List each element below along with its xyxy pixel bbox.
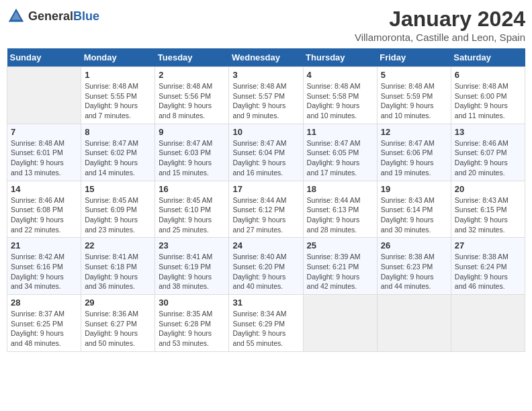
- calendar-cell: [7, 67, 81, 124]
- logo-text: GeneralBlue: [28, 9, 99, 24]
- day-number: 8: [85, 127, 151, 137]
- calendar-cell: 23Sunrise: 8:41 AMSunset: 6:19 PMDayligh…: [155, 238, 229, 295]
- calendar-cell: 15Sunrise: 8:45 AMSunset: 6:09 PMDayligh…: [81, 181, 155, 238]
- day-number: 18: [307, 184, 373, 194]
- day-of-week-header: Monday: [81, 48, 155, 67]
- calendar-cell: 30Sunrise: 8:35 AMSunset: 6:28 PMDayligh…: [155, 295, 229, 352]
- cell-info: Sunrise: 8:48 AMSunset: 6:00 PMDaylight:…: [455, 81, 521, 121]
- day-number: 19: [381, 184, 447, 194]
- cell-info: Sunrise: 8:44 AMSunset: 6:12 PMDaylight:…: [232, 195, 299, 235]
- day-number: 17: [232, 184, 299, 194]
- calendar-table: SundayMondayTuesdayWednesdayThursdayFrid…: [7, 48, 525, 352]
- calendar-cell: 4Sunrise: 8:48 AMSunset: 5:58 PMDaylight…: [303, 67, 377, 124]
- calendar-cell: 24Sunrise: 8:40 AMSunset: 6:20 PMDayligh…: [229, 238, 303, 295]
- calendar-cell: 10Sunrise: 8:47 AMSunset: 6:04 PMDayligh…: [229, 124, 303, 181]
- day-number: 30: [159, 298, 225, 308]
- calendar-cell: 9Sunrise: 8:47 AMSunset: 6:03 PMDaylight…: [155, 124, 229, 181]
- cell-info: Sunrise: 8:42 AMSunset: 6:16 PMDaylight:…: [11, 252, 77, 291]
- cell-info: Sunrise: 8:45 AMSunset: 6:09 PMDaylight:…: [85, 195, 151, 235]
- cell-info: Sunrise: 8:48 AMSunset: 6:01 PMDaylight:…: [11, 138, 77, 178]
- logo: GeneralBlue: [7, 7, 99, 26]
- day-number: 26: [381, 240, 447, 250]
- cell-info: Sunrise: 8:37 AMSunset: 6:25 PMDaylight:…: [11, 309, 77, 349]
- day-number: 20: [455, 184, 521, 194]
- calendar-week-row: 1Sunrise: 8:48 AMSunset: 5:55 PMDaylight…: [7, 67, 525, 124]
- calendar-cell: 5Sunrise: 8:48 AMSunset: 5:59 PMDaylight…: [377, 67, 451, 124]
- calendar-cell: 13Sunrise: 8:46 AMSunset: 6:07 PMDayligh…: [451, 124, 525, 181]
- day-number: 10: [232, 127, 299, 137]
- main-title: January 2024: [355, 7, 525, 32]
- title-section: January 2024 Villamoronta, Castille and …: [355, 7, 525, 43]
- calendar-cell: 7Sunrise: 8:48 AMSunset: 6:01 PMDaylight…: [7, 124, 81, 181]
- day-number: 21: [11, 240, 77, 250]
- calendar-cell: 22Sunrise: 8:41 AMSunset: 6:18 PMDayligh…: [81, 238, 155, 295]
- cell-info: Sunrise: 8:47 AMSunset: 6:02 PMDaylight:…: [85, 138, 151, 178]
- cell-info: Sunrise: 8:46 AMSunset: 6:07 PMDaylight:…: [455, 138, 521, 178]
- subtitle: Villamoronta, Castille and Leon, Spain: [355, 32, 525, 43]
- calendar-cell: 1Sunrise: 8:48 AMSunset: 5:55 PMDaylight…: [81, 67, 155, 124]
- cell-info: Sunrise: 8:48 AMSunset: 5:55 PMDaylight:…: [85, 81, 151, 121]
- logo-icon: [7, 7, 26, 26]
- cell-info: Sunrise: 8:40 AMSunset: 6:20 PMDaylight:…: [232, 252, 299, 291]
- cell-info: Sunrise: 8:48 AMSunset: 5:58 PMDaylight:…: [307, 81, 373, 121]
- day-number: 15: [85, 184, 151, 194]
- day-number: 14: [11, 184, 77, 194]
- calendar-week-row: 28Sunrise: 8:37 AMSunset: 6:25 PMDayligh…: [7, 295, 525, 352]
- calendar-cell: 27Sunrise: 8:38 AMSunset: 6:24 PMDayligh…: [451, 238, 525, 295]
- day-number: 16: [159, 184, 225, 194]
- calendar-cell: 6Sunrise: 8:48 AMSunset: 6:00 PMDaylight…: [451, 67, 525, 124]
- calendar-cell: 12Sunrise: 8:47 AMSunset: 6:06 PMDayligh…: [377, 124, 451, 181]
- day-number: 1: [85, 70, 151, 80]
- calendar-cell: 26Sunrise: 8:38 AMSunset: 6:23 PMDayligh…: [377, 238, 451, 295]
- calendar-cell: 11Sunrise: 8:47 AMSunset: 6:05 PMDayligh…: [303, 124, 377, 181]
- cell-info: Sunrise: 8:47 AMSunset: 6:06 PMDaylight:…: [381, 138, 447, 178]
- cell-info: Sunrise: 8:39 AMSunset: 6:21 PMDaylight:…: [307, 252, 373, 291]
- cell-info: Sunrise: 8:38 AMSunset: 6:24 PMDaylight:…: [455, 252, 521, 291]
- calendar-cell: [377, 295, 451, 352]
- calendar-cell: 21Sunrise: 8:42 AMSunset: 6:16 PMDayligh…: [7, 238, 81, 295]
- calendar-cell: 8Sunrise: 8:47 AMSunset: 6:02 PMDaylight…: [81, 124, 155, 181]
- calendar-cell: 20Sunrise: 8:43 AMSunset: 6:15 PMDayligh…: [451, 181, 525, 238]
- cell-info: Sunrise: 8:47 AMSunset: 6:03 PMDaylight:…: [159, 138, 225, 178]
- calendar-cell: 31Sunrise: 8:34 AMSunset: 6:29 PMDayligh…: [229, 295, 303, 352]
- day-number: 4: [307, 70, 373, 80]
- day-of-week-header: Friday: [377, 48, 451, 67]
- calendar-header: SundayMondayTuesdayWednesdayThursdayFrid…: [7, 48, 525, 67]
- day-number: 28: [11, 298, 77, 308]
- calendar-cell: [451, 295, 525, 352]
- calendar-cell: 18Sunrise: 8:44 AMSunset: 6:13 PMDayligh…: [303, 181, 377, 238]
- calendar-cell: 3Sunrise: 8:48 AMSunset: 5:57 PMDaylight…: [229, 67, 303, 124]
- day-of-week-header: Saturday: [451, 48, 525, 67]
- day-number: 13: [455, 127, 521, 137]
- cell-info: Sunrise: 8:48 AMSunset: 5:56 PMDaylight:…: [159, 81, 225, 121]
- day-number: 24: [232, 240, 299, 250]
- day-number: 11: [307, 127, 373, 137]
- header: GeneralBlue January 2024 Villamoronta, C…: [7, 7, 525, 43]
- day-number: 3: [232, 70, 299, 80]
- cell-info: Sunrise: 8:48 AMSunset: 5:57 PMDaylight:…: [232, 81, 299, 121]
- days-of-week-row: SundayMondayTuesdayWednesdayThursdayFrid…: [7, 48, 525, 67]
- cell-info: Sunrise: 8:43 AMSunset: 6:15 PMDaylight:…: [455, 195, 521, 235]
- cell-info: Sunrise: 8:44 AMSunset: 6:13 PMDaylight:…: [307, 195, 373, 235]
- cell-info: Sunrise: 8:38 AMSunset: 6:23 PMDaylight:…: [381, 252, 447, 291]
- day-of-week-header: Thursday: [303, 48, 377, 67]
- cell-info: Sunrise: 8:48 AMSunset: 5:59 PMDaylight:…: [381, 81, 447, 121]
- calendar-cell: [303, 295, 377, 352]
- day-number: 6: [455, 70, 521, 80]
- cell-info: Sunrise: 8:36 AMSunset: 6:27 PMDaylight:…: [85, 309, 151, 349]
- day-number: 9: [159, 127, 225, 137]
- cell-info: Sunrise: 8:35 AMSunset: 6:28 PMDaylight:…: [159, 309, 225, 349]
- day-of-week-header: Sunday: [7, 48, 81, 67]
- cell-info: Sunrise: 8:43 AMSunset: 6:14 PMDaylight:…: [381, 195, 447, 235]
- cell-info: Sunrise: 8:46 AMSunset: 6:08 PMDaylight:…: [11, 195, 77, 235]
- calendar-cell: 14Sunrise: 8:46 AMSunset: 6:08 PMDayligh…: [7, 181, 81, 238]
- calendar-week-row: 14Sunrise: 8:46 AMSunset: 6:08 PMDayligh…: [7, 181, 525, 238]
- calendar-cell: 16Sunrise: 8:45 AMSunset: 6:10 PMDayligh…: [155, 181, 229, 238]
- day-number: 7: [11, 127, 77, 137]
- day-number: 23: [159, 240, 225, 250]
- calendar-week-row: 7Sunrise: 8:48 AMSunset: 6:01 PMDaylight…: [7, 124, 525, 181]
- cell-info: Sunrise: 8:47 AMSunset: 6:04 PMDaylight:…: [232, 138, 299, 178]
- calendar-cell: 17Sunrise: 8:44 AMSunset: 6:12 PMDayligh…: [229, 181, 303, 238]
- calendar-cell: 28Sunrise: 8:37 AMSunset: 6:25 PMDayligh…: [7, 295, 81, 352]
- day-number: 5: [381, 70, 447, 80]
